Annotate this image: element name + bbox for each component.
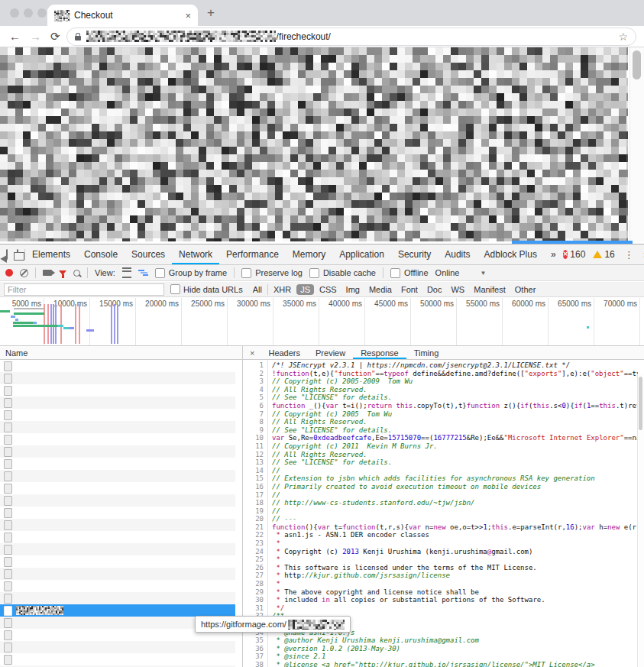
- page-scrollbar[interactable]: [629, 47, 644, 241]
- reload-icon[interactable]: ⟳: [50, 30, 60, 44]
- request-row[interactable]: [0, 592, 235, 604]
- list-view-icon[interactable]: [122, 267, 131, 278]
- line-number: 6: [243, 402, 264, 410]
- traffic-light-minimize[interactable]: [24, 8, 33, 18]
- group-by-frame-checkbox[interactable]: [155, 268, 165, 278]
- request-row[interactable]: [0, 409, 235, 421]
- device-toolbar-icon[interactable]: [17, 249, 18, 261]
- search-icon[interactable]: [73, 270, 80, 277]
- request-row[interactable]: [0, 458, 235, 470]
- devtools-tab-application[interactable]: Application: [332, 244, 391, 264]
- detail-tab-timing[interactable]: Timing: [406, 346, 447, 359]
- inspect-element-icon[interactable]: [6, 249, 8, 260]
- devtools-tab-elements[interactable]: Elements: [25, 244, 77, 264]
- type-filter-ws[interactable]: WS: [447, 284, 468, 295]
- request-row[interactable]: [0, 531, 235, 543]
- traffic-light-zoom[interactable]: [37, 8, 47, 18]
- detail-tab-headers[interactable]: Headers: [261, 346, 308, 359]
- devtools-tab-sources[interactable]: Sources: [125, 244, 172, 264]
- request-row[interactable]: [0, 360, 235, 372]
- more-tabs-icon[interactable]: »: [544, 244, 563, 264]
- request-row[interactable]: [0, 482, 235, 494]
- url-path: /firecheckout/: [277, 31, 331, 42]
- warning-count[interactable]: 16: [604, 249, 614, 260]
- page-scrollbar-thumb[interactable]: [633, 50, 641, 79]
- request-row[interactable]: [0, 433, 235, 445]
- preserve-log-checkbox[interactable]: [241, 268, 251, 278]
- request-row[interactable]: [0, 580, 235, 592]
- type-filter-media[interactable]: Media: [365, 284, 396, 295]
- record-icon[interactable]: [5, 269, 13, 277]
- request-row[interactable]: [0, 555, 235, 568]
- throttling-select[interactable]: Online: [435, 268, 460, 277]
- request-row[interactable]: [0, 372, 235, 384]
- name-column-header[interactable]: Name: [0, 346, 242, 360]
- hide-data-urls-checkbox[interactable]: [170, 284, 180, 294]
- request-row[interactable]: [0, 470, 235, 482]
- warning-count-icon[interactable]: [593, 251, 602, 258]
- type-filter-img[interactable]: Img: [342, 284, 364, 295]
- request-row[interactable]: [0, 653, 235, 665]
- request-row[interactable]: [0, 568, 235, 580]
- code-line: // All Rights Reserved.: [272, 451, 638, 459]
- request-row[interactable]: [0, 384, 235, 397]
- response-scrollbar-thumb[interactable]: [639, 377, 642, 430]
- code-line: // http://www-cs-students.stanford.edu/~…: [272, 499, 638, 507]
- browser-tab[interactable]: Checkout ×: [47, 5, 198, 26]
- devtools-tab-network[interactable]: Network: [172, 244, 219, 264]
- request-row[interactable]: [0, 507, 235, 519]
- error-count[interactable]: 160: [570, 249, 585, 260]
- screenshot-capture-icon[interactable]: [43, 270, 52, 276]
- request-row[interactable]: [0, 421, 235, 433]
- timeline-label: 30000 ms: [220, 300, 270, 308]
- traffic-light-close[interactable]: [10, 8, 19, 18]
- type-filter-xhr[interactable]: XHR: [270, 284, 295, 295]
- network-overview[interactable]: 5000 ms10000 ms15000 ms20000 ms25000 ms3…: [0, 298, 644, 346]
- devtools-tab-adblock-plus[interactable]: Adblock Plus: [477, 244, 544, 264]
- offline-checkbox[interactable]: [390, 268, 400, 278]
- forward-icon[interactable]: →: [30, 30, 41, 43]
- devtools-menu-icon[interactable]: ⋮: [624, 249, 634, 261]
- request-row-selected[interactable]: [0, 604, 235, 617]
- detail-close-icon[interactable]: ×: [243, 348, 261, 358]
- bookmark-star-icon[interactable]: ☆: [618, 31, 628, 43]
- error-count-icon[interactable]: ✕: [563, 250, 568, 259]
- clear-icon[interactable]: [20, 269, 28, 277]
- offline-label[interactable]: Offline: [404, 268, 429, 277]
- type-filter-css[interactable]: CSS: [316, 284, 341, 295]
- disable-cache-label[interactable]: Disable cache: [323, 268, 376, 277]
- request-row[interactable]: [0, 641, 235, 653]
- type-filter-other[interactable]: Other: [511, 284, 540, 295]
- detail-tab-response[interactable]: Response: [353, 346, 406, 359]
- request-row[interactable]: [0, 445, 235, 458]
- event-marker-line: [111, 304, 112, 344]
- type-filter-font[interactable]: Font: [397, 284, 422, 295]
- back-icon[interactable]: ←: [9, 30, 21, 43]
- devtools-tab-performance[interactable]: Performance: [219, 244, 286, 264]
- type-filter-doc[interactable]: Doc: [423, 284, 446, 295]
- waterfall-view-icon[interactable]: [138, 269, 148, 277]
- group-by-frame-label[interactable]: Group by frame: [169, 268, 227, 277]
- hide-data-urls-label[interactable]: Hide data URLs: [183, 285, 243, 294]
- address-bar[interactable]: /firecheckout/ ☆: [66, 28, 636, 46]
- type-filter-all[interactable]: All: [249, 284, 266, 295]
- new-tab-button[interactable]: +: [207, 5, 215, 21]
- detail-tab-preview[interactable]: Preview: [308, 346, 353, 359]
- filter-icon[interactable]: [59, 270, 66, 275]
- disable-cache-checkbox[interactable]: [309, 268, 319, 278]
- devtools-tab-audits[interactable]: Audits: [438, 244, 477, 264]
- preserve-log-label[interactable]: Preserve log: [255, 268, 303, 277]
- request-row[interactable]: [0, 543, 235, 555]
- request-row[interactable]: [0, 494, 235, 507]
- response-scrollbar[interactable]: [637, 374, 644, 667]
- devtools-tab-security[interactable]: Security: [391, 244, 438, 264]
- tab-close-icon[interactable]: ×: [185, 11, 191, 21]
- type-filter-js[interactable]: JS: [296, 284, 314, 295]
- devtools-tab-console[interactable]: Console: [77, 244, 125, 264]
- request-row[interactable]: [0, 519, 235, 531]
- request-row[interactable]: [0, 397, 235, 409]
- filter-input[interactable]: [4, 283, 164, 296]
- type-filter-manifest[interactable]: Manifest: [470, 284, 510, 295]
- throttling-caret-icon[interactable]: ▼: [480, 270, 486, 277]
- devtools-tab-memory[interactable]: Memory: [286, 244, 332, 264]
